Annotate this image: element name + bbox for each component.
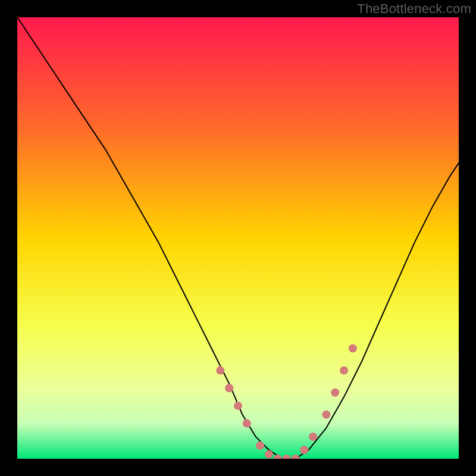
marker-point	[349, 345, 357, 353]
chart-background	[17, 17, 459, 459]
marker-point	[322, 411, 330, 419]
marker-point	[256, 441, 264, 450]
marker-point	[331, 389, 339, 397]
marker-point	[265, 450, 273, 459]
chart-svg	[17, 17, 459, 459]
marker-point	[340, 367, 348, 375]
chart-frame: TheBottleneck.com	[0, 0, 476, 476]
watermark-text: TheBottleneck.com	[357, 1, 471, 17]
marker-point	[216, 367, 224, 375]
marker-point	[300, 446, 308, 454]
bottleneck-chart	[17, 17, 459, 459]
marker-point	[225, 384, 233, 392]
marker-point	[243, 419, 251, 428]
marker-point	[309, 433, 317, 441]
marker-point	[234, 402, 242, 410]
